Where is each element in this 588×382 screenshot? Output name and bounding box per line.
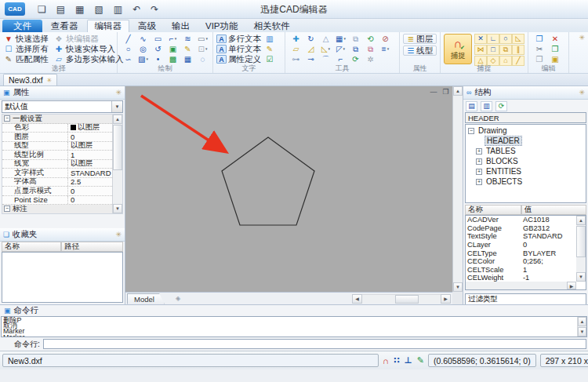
drawing-canvas[interactable]: — ❐ ✕ ▲ ▼ Model ◈ ◀ ▶: [125, 86, 463, 304]
menu-tab-0[interactable]: 查看器: [44, 20, 85, 32]
menu-file-button[interactable]: 文件: [2, 20, 42, 32]
tree-item-entities[interactable]: +ENTITIES: [466, 166, 586, 176]
print-icon[interactable]: ▥: [114, 1, 122, 18]
chevron-down-icon[interactable]: ▾: [328, 44, 331, 54]
favorites-col-path[interactable]: 路径: [61, 242, 123, 252]
scroll-right-icon[interactable]: ▶: [567, 282, 576, 289]
menu-tab-3[interactable]: 输出: [165, 20, 197, 32]
canvas-horizontal-scrollbar[interactable]: ◀ ▶: [352, 293, 451, 304]
collapse-icon[interactable]: −: [4, 115, 10, 122]
freehand-icon[interactable]: ✎: [180, 44, 195, 54]
document-close-icon[interactable]: ✳: [47, 77, 53, 84]
export-pdf-icon[interactable]: ▧: [94, 1, 103, 18]
raster-icon[interactable]: ▩: [165, 54, 180, 64]
chevron-down-icon[interactable]: ▾: [343, 44, 346, 54]
redo-icon[interactable]: ↷: [151, 1, 158, 18]
hatch-icon[interactable]: ▨▾: [136, 54, 151, 64]
copy-icon[interactable]: ❐: [532, 34, 547, 44]
command-log-scrollbar[interactable]: ▲ ▼: [577, 317, 586, 337]
ungroup-icon[interactable]: ⧉: [363, 44, 378, 54]
scroll-down-icon[interactable]: ▼: [113, 204, 122, 213]
chevron-down-icon[interactable]: ▼: [111, 101, 122, 112]
ellipse-icon[interactable]: ◎: [136, 44, 151, 54]
chevron-down-icon[interactable]: ▾: [343, 34, 346, 44]
table-icon[interactable]: ▦: [180, 54, 195, 64]
table-row[interactable]: CLayer0: [466, 241, 576, 249]
copy-entity-icon[interactable]: ⧉: [348, 34, 363, 44]
move-icon[interactable]: ✚: [289, 34, 303, 44]
spell-check-icon[interactable]: ☑: [263, 54, 276, 64]
favorites-list[interactable]: [2, 252, 123, 303]
properties-panel-close-icon[interactable]: ✳: [115, 89, 122, 96]
rotate-icon[interactable]: ↻: [303, 34, 318, 44]
snap-nearest-icon[interactable]: ◺: [512, 34, 524, 44]
cut-icon[interactable]: ✂: [532, 44, 547, 54]
chevron-down-icon[interactable]: ▾: [205, 34, 208, 44]
chevron-down-icon[interactable]: ▾: [205, 44, 208, 54]
new-file-icon[interactable]: ❏: [38, 1, 46, 18]
polygon-entity-input-button[interactable]: ▱多边形实体输入: [53, 54, 124, 64]
collapse-icon[interactable]: −: [468, 128, 474, 134]
table-row[interactable]: CELTypeBYLAYER: [466, 249, 576, 257]
command-log[interactable]: 删除P取消MarkerMarker ▲ ▼: [1, 316, 587, 337]
col-value[interactable]: 值: [521, 205, 586, 215]
tree-item-tables[interactable]: +TABLES: [466, 146, 586, 156]
menu-tab-1[interactable]: 编辑器: [87, 20, 130, 32]
favorites-col-name[interactable]: 名称: [2, 242, 61, 252]
save-icon[interactable]: ▦: [75, 1, 84, 18]
header-table-vscrollbar[interactable]: ▲ ▼: [576, 216, 586, 282]
collapse-icon[interactable]: −: [4, 206, 10, 212]
draft-status-icon[interactable]: ✎: [417, 355, 424, 366]
layout-options-icon[interactable]: ◈: [176, 295, 180, 302]
circle-icon[interactable]: ○: [121, 44, 136, 54]
menu-tab-4[interactable]: VIP功能: [198, 20, 245, 32]
snap-center-icon[interactable]: ○: [499, 34, 512, 44]
property-row[interactable]: 文字样式STANDARD: [2, 169, 112, 178]
expand-icon[interactable]: +: [476, 169, 482, 175]
columns-view-icon[interactable]: ▥: [481, 101, 492, 111]
snap-status-icon[interactable]: ∩: [383, 356, 389, 366]
restore-icon[interactable]: ❐: [442, 88, 448, 96]
snap-parallel-icon[interactable]: ∥: [512, 45, 524, 55]
property-row[interactable]: 线型以图层: [2, 142, 112, 151]
property-grid-scrollbar[interactable]: ▲ ▼: [112, 115, 122, 213]
spline-icon[interactable]: ∽: [121, 54, 136, 64]
cloud-icon[interactable]: ◌: [195, 54, 210, 64]
paste-icon[interactable]: ❐: [547, 44, 563, 54]
expand-icon[interactable]: +: [476, 158, 482, 165]
header-table-hscrollbar[interactable]: ▶: [466, 282, 576, 289]
tree-item-header[interactable]: HEADER: [466, 136, 586, 146]
chamfer-icon[interactable]: ⌐: [333, 54, 348, 64]
expand-view-icon[interactable]: ▤: [466, 101, 477, 111]
rectangle-icon[interactable]: ▭: [151, 34, 165, 44]
filter-type-field[interactable]: 过滤类型: [465, 293, 586, 304]
mirror-icon[interactable]: △: [318, 34, 333, 44]
scroll-up-icon[interactable]: ▲: [578, 317, 586, 326]
expand-icon[interactable]: +: [476, 148, 482, 155]
property-row[interactable]: 字体高2.5: [2, 178, 112, 187]
menu-tab-5[interactable]: 相关软件: [247, 20, 297, 32]
text-style-icon[interactable]: ▥: [263, 34, 276, 44]
snap-toggle-button[interactable]: ∩ ✔ 捕捉: [444, 34, 472, 64]
table-row[interactable]: CELTScale1: [466, 266, 576, 275]
align-icon[interactable]: ≡▾: [378, 44, 393, 54]
scroll-up-icon[interactable]: ▲: [453, 86, 463, 96]
scroll-down-icon[interactable]: ▼: [578, 327, 586, 337]
property-row[interactable]: 点显示模式0: [2, 187, 112, 196]
select-all-button[interactable]: ☐选择所有: [3, 44, 49, 54]
group-icon[interactable]: ⧉: [348, 44, 363, 54]
edit-text-icon[interactable]: ✎: [263, 44, 276, 54]
clone-icon[interactable]: ❐: [532, 54, 547, 64]
table-row[interactable]: CodePageGB2312: [466, 224, 576, 233]
scroll-down-icon[interactable]: ▼: [453, 282, 463, 292]
table-row[interactable]: CELWeight-1: [466, 274, 576, 282]
table-row[interactable]: TextStyleSTANDARD: [466, 232, 576, 241]
col-name[interactable]: 名称: [465, 205, 521, 215]
favorites-panel-close-icon[interactable]: ✳: [115, 231, 122, 238]
attribute-define-button[interactable]: A属性定义: [216, 54, 261, 64]
pentagon-drawing[interactable]: [222, 137, 314, 225]
expand-icon[interactable]: +: [476, 179, 482, 185]
wipeout-icon[interactable]: ▭▾: [195, 34, 210, 44]
multiline-icon[interactable]: ⌐▾: [165, 34, 180, 44]
mtext-button[interactable]: A多行文本: [216, 34, 261, 44]
